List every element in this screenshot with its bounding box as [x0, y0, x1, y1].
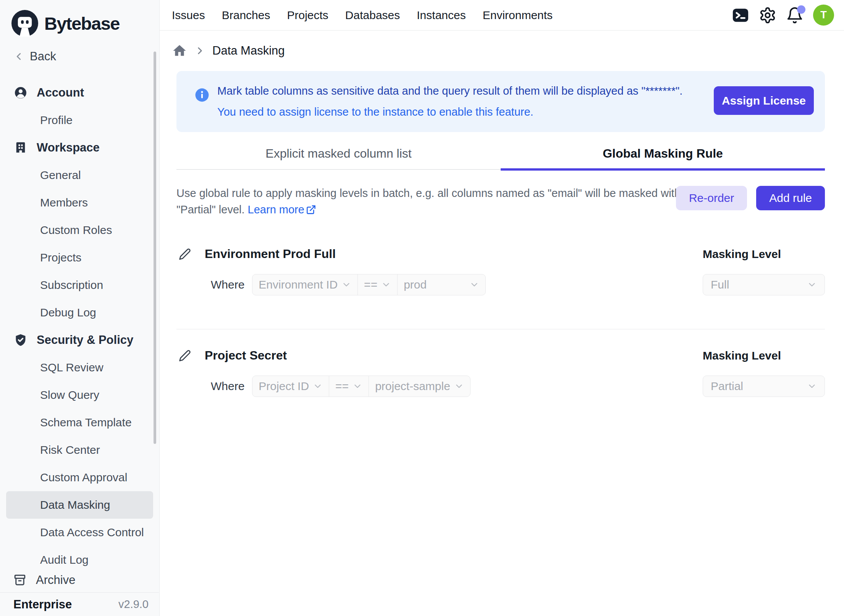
building-icon [14, 141, 27, 155]
notifications-bell-icon[interactable] [786, 6, 804, 24]
app-window: Bytebase Back Account Profile Workspace … [0, 0, 844, 616]
bytebase-logo-icon [11, 10, 38, 37]
sidebar-item-sql-review[interactable]: SQL Review [6, 354, 153, 381]
nav-item-instances[interactable]: Instances [417, 9, 466, 22]
chevron-down-icon [341, 280, 351, 290]
sidebar-item-custom-roles[interactable]: Custom Roles [6, 216, 153, 244]
condition-value: project-sample [375, 380, 450, 393]
operator-value: == [335, 380, 349, 393]
license-info-banner: Mark table columns as sensitive data and… [176, 71, 825, 132]
chevron-down-icon [469, 280, 479, 290]
chevron-down-icon [454, 381, 464, 391]
sidebar-item-custom-approval[interactable]: Custom Approval [6, 464, 153, 491]
edit-pencil-icon[interactable] [179, 350, 191, 362]
chevron-right-icon [195, 46, 205, 56]
field-value: Environment ID [259, 278, 338, 291]
masking-rule-card: Environment Prod Full Masking Level Wher… [176, 247, 825, 295]
sidebar-section-account: Account [6, 79, 153, 106]
sidebar-item-slow-query[interactable]: Slow Query [6, 381, 153, 409]
chevron-down-icon [352, 381, 362, 391]
tab-explicit-masked-column-list[interactable]: Explicit masked column list [176, 147, 501, 169]
chevron-down-icon [381, 280, 391, 290]
nav-item-databases[interactable]: Databases [345, 9, 400, 22]
masking-level-value: Full [711, 278, 729, 291]
shield-icon [14, 333, 27, 347]
brand-logo[interactable]: Bytebase [0, 0, 159, 37]
masking-level-column: Masking Level [703, 349, 825, 362]
sql-editor-terminal-icon[interactable] [732, 6, 749, 24]
edit-pencil-icon[interactable] [179, 248, 191, 260]
rule-condition-row: Where Project ID == project-sample [176, 376, 825, 397]
sidebar-item-audit-log[interactable]: Audit Log [6, 546, 153, 568]
nav-item-environments[interactable]: Environments [483, 9, 553, 22]
condition-value-select[interactable]: project-sample [369, 376, 471, 397]
banner-line-2: You need to assign license to the instan… [217, 106, 682, 118]
condition-field-select[interactable]: Project ID [252, 376, 329, 397]
condition-value-select[interactable]: prod [397, 274, 486, 295]
add-rule-button[interactable]: Add rule [756, 186, 825, 210]
section-header-label: Workspace [37, 141, 100, 155]
description-line-1: Use global rule to apply masking levels … [176, 187, 681, 199]
chevron-down-icon [807, 381, 817, 391]
nav-item-issues[interactable]: Issues [172, 9, 205, 22]
condition-operator-select[interactable]: == [357, 274, 398, 295]
assign-license-button[interactable]: Assign License [714, 86, 814, 115]
sidebar-item-members[interactable]: Members [6, 189, 153, 216]
sidebar-item-data-masking[interactable]: Data Masking [6, 491, 153, 519]
sidebar-item-risk-center[interactable]: Risk Center [6, 436, 153, 464]
masking-tabs: Explicit masked column list Global Maski… [176, 147, 825, 170]
rule-header: Environment Prod Full Masking Level [176, 247, 825, 261]
global-rule-toolbar: Use global rule to apply masking levels … [176, 185, 825, 219]
main-area: Issues Branches Projects Databases Insta… [160, 0, 844, 616]
archive-box-icon [13, 573, 27, 587]
section-header-label: Account [37, 86, 84, 100]
sidebar-item-general[interactable]: General [6, 161, 153, 189]
top-navigation-bar: Issues Branches Projects Databases Insta… [160, 0, 844, 31]
sidebar-item-debug-log[interactable]: Debug Log [6, 299, 153, 326]
breadcrumb-current-page: Data Masking [212, 44, 285, 58]
sidebar-item-subscription[interactable]: Subscription [6, 271, 153, 299]
back-label: Back [30, 50, 56, 63]
masking-level-column: Masking Level [703, 248, 825, 261]
home-icon[interactable] [172, 43, 187, 58]
sidebar-item-data-access-control[interactable]: Data Access Control [6, 519, 153, 546]
settings-gear-icon[interactable] [759, 6, 776, 24]
sidebar-item-projects[interactable]: Projects [6, 244, 153, 271]
learn-more-link[interactable]: Learn more [248, 202, 316, 218]
sidebar-section-security-policy: Security & Policy [6, 326, 153, 354]
operator-value: == [364, 278, 377, 291]
chevron-down-icon [807, 280, 817, 290]
masking-rule-card: Project Secret Masking Level Where Proje… [176, 348, 825, 397]
field-value: Project ID [259, 380, 309, 393]
masking-level-value: Partial [711, 380, 743, 393]
sidebar-scrollbar[interactable] [154, 52, 156, 444]
condition-operator-select[interactable]: == [329, 376, 369, 397]
sidebar-nav: Account Profile Workspace General Member… [0, 79, 159, 568]
user-avatar[interactable]: T [813, 5, 834, 26]
rule-title: Environment Prod Full [205, 247, 336, 261]
section-header-label: Security & Policy [37, 333, 133, 347]
rule-condition-row: Where Environment ID == prod [176, 274, 825, 295]
banner-line-1: Mark table columns as sensitive data and… [217, 85, 682, 97]
banner-text: Mark table columns as sensitive data and… [217, 85, 682, 118]
archive-label: Archive [36, 573, 75, 587]
rule-divider [176, 329, 825, 329]
masking-level-select[interactable]: Partial [703, 376, 825, 397]
sidebar-item-schema-template[interactable]: Schema Template [6, 409, 153, 436]
external-link-icon [306, 205, 316, 215]
top-nav: Issues Branches Projects Databases Insta… [172, 9, 553, 22]
masking-level-select[interactable]: Full [703, 274, 825, 295]
back-button[interactable]: Back [13, 50, 159, 63]
sidebar-section-workspace: Workspace [6, 134, 153, 161]
sidebar-item-archive[interactable]: Archive [0, 568, 159, 592]
condition-field-select[interactable]: Environment ID [252, 274, 358, 295]
tab-global-masking-rule[interactable]: Global Masking Rule [501, 147, 825, 169]
nav-item-branches[interactable]: Branches [222, 9, 270, 22]
nav-item-projects[interactable]: Projects [287, 9, 328, 22]
notification-badge-dot [797, 5, 805, 14]
settings-sidebar: Bytebase Back Account Profile Workspace … [0, 0, 160, 616]
reorder-button[interactable]: Re-order [676, 186, 747, 210]
rule-actions: Re-order Add rule [676, 186, 825, 210]
page-content: Mark table columns as sensitive data and… [160, 60, 844, 397]
sidebar-item-profile[interactable]: Profile [6, 106, 153, 134]
